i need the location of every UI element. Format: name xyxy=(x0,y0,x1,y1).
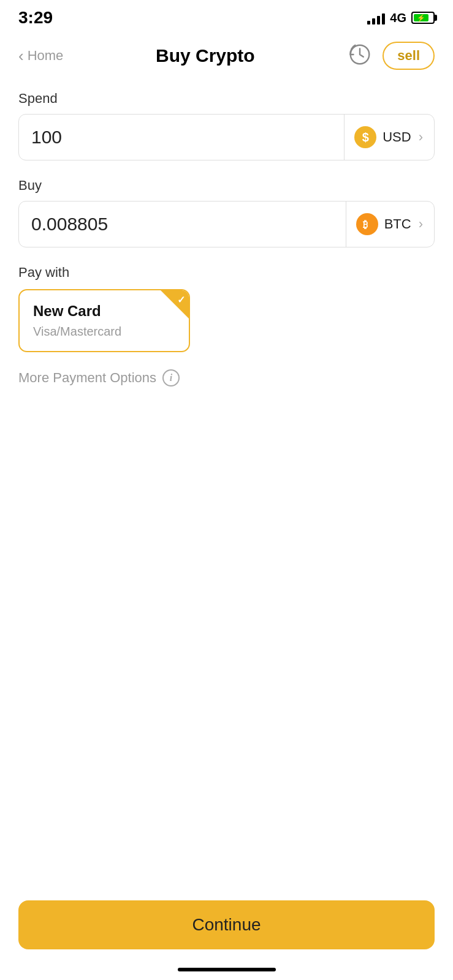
battery-bolt: ⚡ xyxy=(417,15,425,21)
spend-currency-selector[interactable]: $ USD › xyxy=(344,115,434,160)
spend-currency-chevron-icon: › xyxy=(419,129,423,145)
new-card-option[interactable]: ✓ New Card Visa/Mastercard xyxy=(18,289,190,352)
back-button[interactable]: ‹ Home xyxy=(18,47,63,66)
buy-currency-chevron-icon: › xyxy=(419,216,423,232)
card-title: New Card xyxy=(33,303,175,320)
chevron-left-icon: ‹ xyxy=(18,47,24,66)
check-icon: ✓ xyxy=(177,294,185,306)
sell-button[interactable]: sell xyxy=(383,42,435,70)
main-content: Spend $ USD › Buy ₿ BTC › Pay with ✓ xyxy=(0,78,453,386)
page-title: Buy Crypto xyxy=(63,45,347,66)
info-icon: i xyxy=(162,369,180,386)
continue-button[interactable]: Continue xyxy=(18,900,435,949)
history-button[interactable] xyxy=(347,42,373,70)
buy-input-row: ₿ BTC › xyxy=(18,201,435,247)
nav-actions: sell xyxy=(347,42,435,70)
status-time: 3:29 xyxy=(18,8,53,28)
card-subtitle: Visa/Mastercard xyxy=(33,325,175,339)
more-payment-options[interactable]: More Payment Options i xyxy=(18,369,435,386)
btc-icon: ₿ xyxy=(356,213,378,235)
usd-symbol: $ xyxy=(362,130,369,145)
spend-input-row: $ USD › xyxy=(18,114,435,160)
status-right: 4G ⚡ xyxy=(367,11,435,25)
more-options-label: More Payment Options xyxy=(18,370,156,386)
buy-currency-code: BTC xyxy=(384,216,411,232)
svg-text:₿: ₿ xyxy=(363,219,368,230)
buy-amount-input[interactable] xyxy=(19,214,346,235)
status-bar: 3:29 4G ⚡ xyxy=(0,0,453,33)
nav-bar: ‹ Home Buy Crypto sell xyxy=(0,33,453,78)
usd-icon: $ xyxy=(354,126,376,148)
buy-currency-selector[interactable]: ₿ BTC › xyxy=(346,202,434,247)
spend-label: Spend xyxy=(18,91,435,107)
pay-with-label: Pay with xyxy=(18,265,435,281)
spend-currency-code: USD xyxy=(383,129,411,145)
buy-label: Buy xyxy=(18,178,435,194)
battery-fill: ⚡ xyxy=(414,14,428,21)
back-label: Home xyxy=(28,48,64,64)
spend-amount-input[interactable] xyxy=(19,127,344,148)
home-indicator xyxy=(178,968,276,971)
signal-icon xyxy=(367,11,385,24)
network-label: 4G xyxy=(390,11,406,25)
battery-icon: ⚡ xyxy=(411,12,435,24)
